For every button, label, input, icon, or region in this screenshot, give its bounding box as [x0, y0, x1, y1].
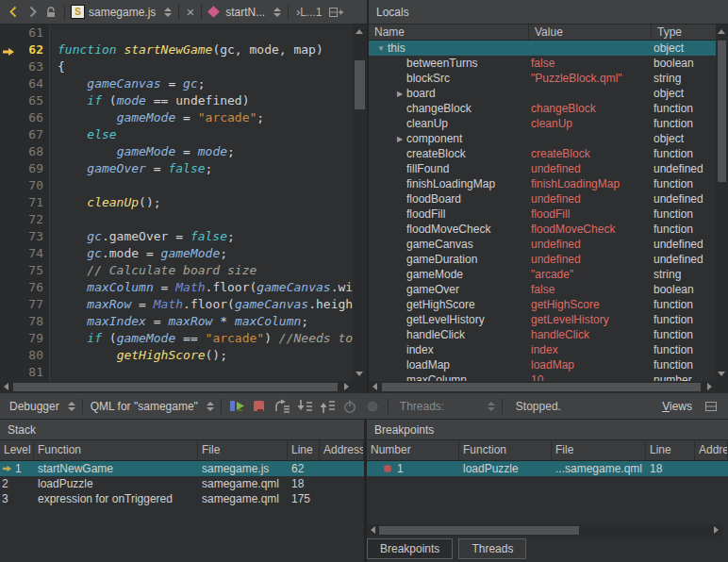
bottom-tab-breakpoints[interactable]: Breakpoints: [367, 538, 453, 559]
line-number[interactable]: 75: [17, 262, 49, 279]
line-number[interactable]: 77: [17, 296, 49, 313]
locals-row[interactable]: ▼thisobject: [369, 41, 716, 56]
code-line[interactable]: 62function startNewGame(gc, mode, map): [0, 41, 353, 58]
line-number[interactable]: 65: [17, 92, 49, 109]
editor-horizontal-scrollbar[interactable]: [0, 381, 353, 393]
breakpoint-margin[interactable]: [0, 330, 17, 347]
code-line[interactable]: 78 maxIndex = maxRow * maxColumn;: [0, 313, 353, 330]
breakpoint-margin[interactable]: [0, 143, 17, 160]
locals-row[interactable]: floodBoardundefinedundefined: [369, 191, 716, 207]
code-line[interactable]: 61: [0, 25, 353, 41]
tree-expander-icon[interactable]: ▼: [374, 44, 388, 53]
code-line[interactable]: 72: [0, 211, 353, 228]
breakpoint-margin[interactable]: [0, 160, 17, 177]
locals-vertical-scrollbar[interactable]: [716, 25, 728, 381]
locals-header-value[interactable]: Value: [529, 25, 652, 40]
bp-header-address[interactable]: Address: [695, 440, 728, 460]
breakpoint-margin[interactable]: [0, 347, 17, 364]
line-number[interactable]: 71: [17, 194, 49, 211]
line-number[interactable]: 66: [17, 109, 49, 126]
locals-row[interactable]: indexindexfunction: [369, 342, 716, 357]
breakpoint-margin[interactable]: [0, 228, 17, 245]
breakpoint-margin[interactable]: [0, 41, 17, 58]
code-line[interactable]: 64 gameCanvas = gc;: [0, 75, 353, 92]
debugger-perspective-select[interactable]: Debugger: [9, 400, 59, 413]
code-line[interactable]: 80 getHighScore();: [0, 347, 353, 364]
bottom-tab-threads[interactable]: Threads: [458, 538, 526, 559]
locals-row[interactable]: createBlockcreateBlockfunction: [369, 146, 716, 161]
locals-row[interactable]: maxColumn10number: [369, 372, 716, 381]
stack-header-level[interactable]: Level: [0, 440, 34, 460]
line-number[interactable]: 73: [17, 228, 49, 245]
code-line[interactable]: 77 maxRow = Math.floor(gameCanvas.height: [0, 296, 353, 313]
line-number[interactable]: 69: [17, 160, 49, 177]
locals-row[interactable]: finishLoadingMapfinishLoadingMapfunction: [369, 176, 716, 191]
locals-row[interactable]: changeBlockchangeBlockfunction: [369, 101, 716, 116]
line-number[interactable]: 64: [17, 75, 49, 92]
line-number[interactable]: 76: [17, 279, 49, 296]
line-number[interactable]: 72: [17, 211, 49, 228]
step-into-button[interactable]: [293, 396, 316, 417]
record-button[interactable]: [361, 396, 384, 417]
breakpoint-margin[interactable]: [0, 58, 17, 75]
close-document-button[interactable]: ×: [183, 6, 197, 19]
breakpoint-margin[interactable]: [0, 296, 17, 313]
locals-row[interactable]: getHighScoregetHighScorefunction: [369, 297, 716, 312]
breakpoint-margin[interactable]: [0, 364, 17, 381]
locals-row[interactable]: floodFillfloodFillfunction: [369, 207, 716, 222]
breakpoint-margin[interactable]: [0, 92, 17, 109]
locals-row[interactable]: floodMoveCheckfloodMoveCheckfunction: [369, 222, 716, 237]
bp-header-file[interactable]: File: [552, 440, 646, 460]
line-number[interactable]: 81: [17, 364, 49, 381]
breakpoints-horizontal-scrollbar[interactable]: [367, 524, 722, 537]
breakpoint-margin[interactable]: [0, 194, 17, 211]
locals-row[interactable]: gameOverfalseboolean: [369, 282, 716, 297]
kit-select[interactable]: QML for "samegame": [91, 400, 198, 413]
breakpoint-margin[interactable]: [0, 313, 17, 330]
kit-select-arrows[interactable]: [207, 402, 214, 411]
locals-row[interactable]: betweenTurnsfalseboolean: [369, 56, 716, 71]
locals-header-name[interactable]: Name: [369, 25, 529, 40]
code-line[interactable]: 76 maxColumn = Math.floor(gameCanvas.wid: [0, 279, 353, 296]
forward-button[interactable]: [23, 2, 41, 23]
code-line[interactable]: 74 gc.mode = gameMode;: [0, 245, 353, 262]
breakpoint-margin[interactable]: [0, 245, 17, 262]
symbol-dropdown-arrows[interactable]: [273, 8, 281, 17]
split-editor-button[interactable]: [326, 2, 345, 23]
line-number[interactable]: 78: [17, 313, 49, 330]
breakpoint-margin[interactable]: [0, 126, 17, 143]
code-line[interactable]: 68 gameMode = mode;: [0, 143, 353, 160]
code-line[interactable]: 81: [0, 364, 353, 381]
symbol-selector[interactable]: startN...: [225, 6, 265, 19]
step-out-button[interactable]: [316, 396, 339, 417]
views-menu[interactable]: Views: [654, 400, 700, 413]
stack-header-line[interactable]: Line: [288, 440, 320, 460]
line-number[interactable]: 63: [17, 58, 49, 75]
locals-row[interactable]: fillFoundundefinedundefined: [369, 161, 716, 176]
restart-button[interactable]: [339, 396, 361, 417]
step-over-button[interactable]: [271, 396, 293, 417]
locals-horizontal-scrollbar[interactable]: [369, 381, 716, 393]
line-number[interactable]: 62: [17, 41, 49, 58]
continue-button[interactable]: [225, 396, 248, 417]
stack-header-function[interactable]: Function: [34, 440, 198, 460]
editor-vertical-scrollbar[interactable]: [353, 25, 367, 381]
locals-row[interactable]: handleClickhandleClickfunction: [369, 327, 716, 342]
stack-header-address[interactable]: Address: [320, 440, 364, 460]
stack-header-file[interactable]: File: [198, 440, 288, 460]
breakpoint-margin[interactable]: [0, 211, 17, 228]
breakpoint-margin[interactable]: [0, 25, 17, 41]
pin-file-button[interactable]: [41, 2, 60, 23]
code-line[interactable]: 75 // Calculate board size: [0, 262, 353, 279]
breakpoint-row[interactable]: 1loadPuzzle...samegame.qml18: [367, 461, 728, 476]
code-editor[interactable]: 6162function startNewGame(gc, mode, map)…: [0, 25, 353, 381]
bp-header-number[interactable]: Number: [367, 440, 459, 460]
threads-combo[interactable]: Threads:: [392, 400, 498, 413]
line-number[interactable]: 61: [17, 25, 49, 41]
locals-row[interactable]: cleanUpcleanUpfunction: [369, 116, 716, 131]
line-number[interactable]: 70: [17, 177, 49, 194]
bp-header-line[interactable]: Line: [646, 440, 695, 460]
breakpoint-margin[interactable]: [0, 279, 17, 296]
locals-row[interactable]: gameDurationundefinedundefined: [369, 252, 716, 267]
breakpoint-margin[interactable]: [0, 262, 17, 279]
